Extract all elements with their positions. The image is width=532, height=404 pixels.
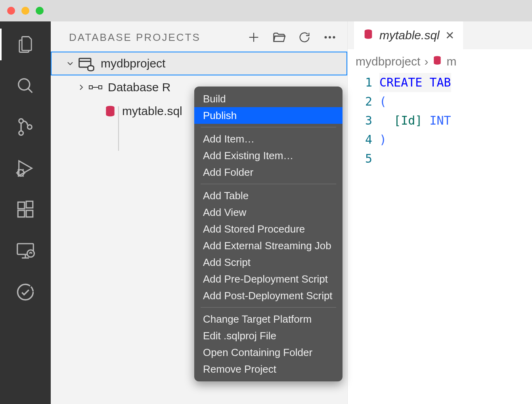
close-tab-icon[interactable]: ✕ — [445, 29, 454, 42]
svg-line-11 — [23, 175, 23, 177]
code-line[interactable]: ( — [379, 92, 451, 111]
svg-point-26 — [333, 36, 335, 38]
menu-separator — [201, 184, 336, 184]
database-icon — [363, 29, 374, 42]
breadcrumb-segment[interactable]: m — [446, 55, 456, 68]
new-project-icon[interactable] — [247, 30, 261, 44]
activity-bar — [0, 21, 51, 404]
extensions-icon[interactable] — [13, 198, 37, 221]
tree-node-label: mydbproject — [101, 57, 165, 70]
window-titlebar — [0, 0, 532, 21]
breadcrumb-segment[interactable]: mydbproject — [356, 55, 420, 68]
context-menu-item[interactable]: Add Stored Procedure — [194, 221, 343, 237]
references-icon — [89, 83, 102, 92]
remote-explorer-icon[interactable] — [13, 239, 37, 263]
context-menu-item[interactable]: Add Existing Item… — [194, 147, 343, 164]
context-menu-item[interactable]: Edit .sqlproj File — [194, 327, 343, 344]
editor-tab-bar: mytable.sql ✕ — [348, 21, 532, 49]
line-number: 5 — [348, 149, 372, 168]
svg-point-24 — [325, 36, 327, 38]
chevron-right-icon[interactable] — [74, 83, 89, 92]
run-debug-icon[interactable] — [13, 156, 37, 180]
line-number: 1 — [348, 73, 372, 92]
svg-point-25 — [329, 36, 331, 38]
chevron-right-icon: › — [424, 55, 428, 68]
context-menu-item[interactable]: Add External Streaming Job — [194, 237, 343, 254]
menu-separator — [201, 127, 336, 127]
tree-node-label: Database R — [108, 81, 170, 94]
line-number: 3 — [348, 111, 372, 130]
editor-tab[interactable]: mytable.sql ✕ — [354, 21, 463, 49]
context-menu-item[interactable]: Add Pre-Deployment Script — [194, 271, 343, 287]
code-line[interactable]: ) — [379, 130, 451, 149]
svg-point-21 — [18, 285, 33, 300]
svg-point-3 — [19, 131, 23, 135]
context-menu-item[interactable]: Add Table — [194, 187, 343, 204]
tree-node-label: mytable.sql — [122, 104, 182, 118]
traffic-lights — [7, 7, 44, 15]
context-menu-item[interactable]: Build — [194, 90, 343, 107]
tree-root-project[interactable]: mydbproject — [51, 52, 347, 75]
sqlproj-icon — [78, 55, 95, 72]
line-number: 4 — [348, 130, 372, 149]
task-check-icon[interactable] — [13, 280, 37, 304]
zoom-window-button[interactable] — [36, 7, 44, 15]
breadcrumb[interactable]: mydbproject › m — [348, 49, 532, 71]
refresh-icon[interactable] — [297, 30, 312, 44]
context-menu-item[interactable]: Add View — [194, 204, 343, 221]
svg-rect-30 — [89, 86, 92, 89]
editor-pane: mytable.sql ✕ mydbproject › m 12345 CREA… — [347, 21, 532, 404]
svg-point-2 — [19, 119, 23, 123]
svg-line-10 — [18, 175, 19, 177]
editor-tab-label: mytable.sql — [379, 29, 440, 42]
code-editor[interactable]: 12345 CREATE TAB( [Id] INT) — [348, 71, 532, 168]
context-menu-item[interactable]: Add Folder — [194, 164, 343, 181]
svg-rect-13 — [18, 210, 25, 217]
svg-point-19 — [27, 250, 34, 257]
explorer-icon[interactable] — [13, 33, 37, 56]
svg-rect-14 — [26, 210, 33, 217]
code-line[interactable]: [Id] INT — [379, 111, 451, 130]
line-number: 2 — [348, 92, 372, 111]
context-menu-item[interactable]: Change Target Platform — [194, 311, 343, 327]
chevron-down-icon[interactable] — [63, 59, 78, 68]
search-icon[interactable] — [13, 74, 37, 98]
context-menu-item[interactable]: Add Script — [194, 254, 343, 271]
svg-rect-15 — [26, 201, 33, 208]
context-menu[interactable]: BuildPublishAdd Item…Add Existing Item…A… — [194, 87, 343, 381]
context-menu-item[interactable]: Add Post-Deployment Script — [194, 287, 343, 304]
menu-separator — [201, 307, 336, 308]
tree-guide — [118, 106, 119, 151]
svg-point-4 — [27, 125, 32, 129]
minimize-window-button[interactable] — [21, 7, 29, 15]
more-actions-icon[interactable] — [323, 30, 337, 44]
svg-rect-31 — [99, 86, 102, 89]
sidebar-toolbar — [247, 30, 337, 44]
code-line[interactable] — [379, 149, 451, 168]
sidebar-title: DATABASE PROJECTS — [69, 31, 201, 44]
open-project-icon[interactable] — [272, 30, 286, 44]
database-icon — [104, 105, 117, 117]
context-menu-item[interactable]: Publish — [194, 107, 343, 124]
line-number-gutter: 12345 — [348, 73, 379, 168]
svg-line-9 — [23, 169, 23, 170]
context-menu-item[interactable]: Open Containing Folder — [194, 344, 343, 361]
svg-rect-12 — [18, 202, 25, 209]
database-icon — [432, 55, 442, 68]
svg-line-8 — [18, 169, 19, 170]
code-line[interactable]: CREATE TAB — [379, 73, 451, 92]
source-control-icon[interactable] — [13, 115, 37, 139]
code-lines[interactable]: CREATE TAB( [Id] INT) — [379, 73, 451, 168]
context-menu-item[interactable]: Remove Project — [194, 361, 343, 377]
svg-line-1 — [28, 88, 33, 93]
context-menu-item[interactable]: Add Item… — [194, 131, 343, 147]
close-window-button[interactable] — [7, 7, 15, 15]
